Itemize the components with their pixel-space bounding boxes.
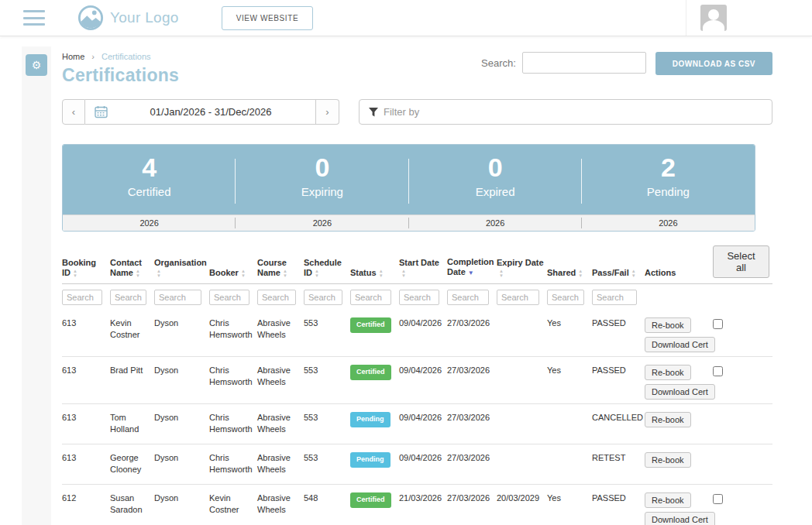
search-status[interactable] xyxy=(350,290,391,305)
search-expiry-date[interactable] xyxy=(497,290,539,305)
row-checkbox[interactable] xyxy=(713,494,723,504)
cell-actions: Re-book xyxy=(645,444,713,485)
stat-pending[interactable]: 2 Pending xyxy=(582,145,755,214)
column-header-schedule-id[interactable]: Schedule ID▲▼ xyxy=(304,245,350,284)
cell-organisation: Dyson xyxy=(154,404,209,444)
cell-pass-fail: PASSED xyxy=(592,357,645,404)
cell-contact-name: Brad Pitt xyxy=(110,357,154,404)
global-search-input[interactable] xyxy=(522,52,646,74)
sort-icon[interactable]: ▲▼ xyxy=(315,269,319,278)
re-book-button[interactable]: Re-book xyxy=(645,412,691,427)
download-cert-button[interactable]: Download Cert xyxy=(645,337,715,352)
cell-select xyxy=(713,444,772,485)
sort-icon[interactable]: ▲▼ xyxy=(241,269,246,278)
cell-status: Certified xyxy=(350,357,399,404)
row-checkbox[interactable] xyxy=(713,319,723,329)
cell-booker: Chris Hemsworth xyxy=(209,444,257,485)
cell-shared: Yes xyxy=(547,357,592,404)
re-book-button[interactable]: Re-book xyxy=(645,317,691,333)
search-booker[interactable] xyxy=(209,290,249,305)
sort-icon[interactable]: ▲▼ xyxy=(631,269,636,278)
cell-completion-date: 27/03/2026 xyxy=(447,485,497,525)
search-booking-id[interactable] xyxy=(62,290,102,305)
sort-icon[interactable]: ▲▼ xyxy=(379,269,384,278)
cell-pass-fail: RETEST xyxy=(592,444,645,485)
sort-icon[interactable]: ▲▼ xyxy=(499,269,504,278)
next-period-button[interactable]: › xyxy=(316,99,339,125)
sort-icon[interactable]: ▲▼ xyxy=(283,269,287,278)
app-logo[interactable]: Your Logo xyxy=(77,5,179,31)
status-badge: Certified xyxy=(350,317,391,333)
cell-organisation: Dyson xyxy=(154,357,209,404)
search-completion-date[interactable] xyxy=(447,290,489,305)
user-avatar-icon[interactable] xyxy=(700,5,727,31)
topbar-user-area xyxy=(686,0,812,36)
sort-icon[interactable]: ▲▼ xyxy=(73,269,77,278)
column-header-shared[interactable]: Shared▲▼ xyxy=(547,245,592,284)
cell-status: Pending xyxy=(350,444,399,485)
search-start-date[interactable] xyxy=(399,290,439,305)
stat-value: 2 xyxy=(582,153,755,182)
table-row: 613Kevin CostnerDysonChris HemsworthAbra… xyxy=(62,310,772,357)
column-header-completion-date[interactable]: Completion Date▼ xyxy=(447,245,497,284)
stat-expiring[interactable]: 0 Expiring xyxy=(236,145,408,214)
cell-actions: Re-book xyxy=(645,404,713,444)
cell-actions: Re-bookDownload Cert xyxy=(645,357,713,404)
select-all-button[interactable]: Select all xyxy=(713,245,769,278)
download-csv-button[interactable]: DOWNLOAD AS CSV xyxy=(655,52,772,75)
stat-year: 2026 xyxy=(236,215,408,231)
search-schedule-id[interactable] xyxy=(304,290,342,305)
sort-desc-active-icon[interactable]: ▼ xyxy=(468,268,474,278)
view-website-button[interactable]: VIEW WEBSITE xyxy=(222,6,314,30)
row-checkbox[interactable] xyxy=(713,366,723,376)
re-book-button[interactable]: Re-book xyxy=(645,452,691,468)
logo-image-icon xyxy=(77,5,104,31)
column-header-booker[interactable]: Booker▲▼ xyxy=(209,245,257,284)
date-range-picker: ‹ 01/Jan/2026 - 31/Dec/2026 › xyxy=(62,99,339,125)
stat-year: 2026 xyxy=(63,215,236,231)
cell-schedule-id: 553 xyxy=(304,357,350,404)
stat-value: 4 xyxy=(63,153,236,182)
breadcrumb: Home › Certifications xyxy=(62,52,481,61)
column-header-expiry-date[interactable]: Expiry Date▲▼ xyxy=(497,245,547,284)
breadcrumb-current: Certifications xyxy=(102,52,151,61)
download-cert-button[interactable]: Download Cert xyxy=(645,384,715,400)
status-badge: Pending xyxy=(350,452,391,468)
column-header-booking-id[interactable]: Booking ID▲▼ xyxy=(62,245,110,284)
column-header-course-name[interactable]: Course Name▲▼ xyxy=(257,245,304,284)
sort-icon[interactable]: ▲▼ xyxy=(136,269,140,278)
search-pass-fail[interactable] xyxy=(592,290,637,305)
breadcrumb-home[interactable]: Home xyxy=(62,52,84,61)
search-contact-name[interactable] xyxy=(110,290,146,305)
sort-icon[interactable]: ▲▼ xyxy=(578,269,583,278)
cell-select xyxy=(713,310,772,357)
sort-icon[interactable]: ▲▼ xyxy=(401,269,406,278)
prev-period-button[interactable]: ‹ xyxy=(62,99,85,125)
status-badge: Certified xyxy=(350,365,391,380)
search-shared[interactable] xyxy=(547,290,584,305)
stat-certified[interactable]: 4 Certified xyxy=(63,145,236,214)
re-book-button[interactable]: Re-book xyxy=(645,492,691,508)
search-organisation[interactable] xyxy=(154,290,201,305)
cell-actions: Re-bookDownload Cert xyxy=(645,485,713,525)
column-header-pass-fail[interactable]: Pass/Fail▲▼ xyxy=(592,245,645,284)
stats-widget: 4 Certified 0 Expiring 0 Expired 2 Pendi… xyxy=(62,144,755,232)
re-book-button[interactable]: Re-book xyxy=(645,365,691,380)
gear-icon[interactable]: ⚙ xyxy=(26,54,47,76)
sort-icon[interactable]: ▲▼ xyxy=(157,269,161,278)
column-header-contact-name[interactable]: Contact Name▲▼ xyxy=(110,245,154,284)
hamburger-icon[interactable] xyxy=(23,10,45,26)
column-header-status[interactable]: Status▲▼ xyxy=(350,245,399,284)
column-header-start-date[interactable]: Start Date▲▼ xyxy=(399,245,447,284)
date-range-display[interactable]: 01/Jan/2026 - 31/Dec/2026 xyxy=(85,99,316,125)
stat-expired[interactable]: 0 Expired xyxy=(409,145,582,214)
column-header-actions: Actions xyxy=(645,245,713,284)
column-header-organisation[interactable]: Organisation▲▼ xyxy=(154,245,209,284)
filter-by-input[interactable]: Filter by xyxy=(359,99,772,125)
search-course-name[interactable] xyxy=(257,290,296,305)
stat-year: 2026 xyxy=(582,215,755,231)
page-title: Certifications xyxy=(62,65,481,86)
cell-expiry-date xyxy=(497,310,547,357)
cell-expiry-date xyxy=(497,444,547,485)
download-cert-button[interactable]: Download Cert xyxy=(645,512,715,525)
